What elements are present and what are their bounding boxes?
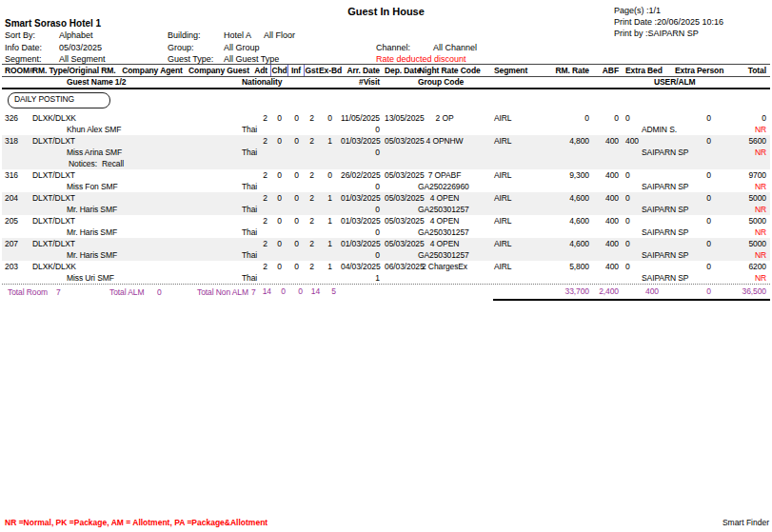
room-type: DLXK/DLXK: [32, 261, 120, 272]
total-alm-label: Total ALM: [109, 286, 144, 299]
table-body: 326 DLXK/DLXK 2 0 0 2 0 11/05/2025 13/05…: [2, 112, 770, 284]
adult-count: 2: [253, 215, 270, 227]
building-label: Building:: [168, 30, 201, 40]
col-nationality: Nationality: [240, 77, 341, 88]
info-date-label: Info Date:: [5, 43, 42, 52]
adult-count: 2: [253, 169, 270, 181]
segment-code: AIRL: [470, 112, 527, 124]
row-total: 9700: [721, 169, 770, 181]
nationality: Thai: [240, 249, 341, 261]
infant-count: 0: [288, 215, 305, 227]
arrival-date: 01/03/2025: [341, 135, 383, 147]
segment-code: AIRL: [470, 135, 527, 147]
info-date-value: 05/03/2025: [59, 43, 102, 52]
abf-amount: 400: [590, 169, 621, 181]
abf-amount: 400: [590, 192, 621, 204]
group-code: GA250301257: [383, 249, 527, 261]
infant-count: 0: [288, 238, 305, 249]
night-rate-code: 7 OPABF: [419, 169, 470, 181]
segment-code: AIRL: [470, 192, 527, 204]
room-rate: 5,800: [527, 261, 590, 272]
total-room-value: 7: [56, 286, 61, 299]
print-date: Print Date :20/06/2025 10:16: [614, 17, 723, 27]
nationality: Thai: [240, 204, 341, 215]
guest-type-value: All Guest Type: [224, 54, 279, 64]
room-number: 326: [2, 112, 32, 124]
night-rate-code: 2 OP: [419, 112, 470, 124]
room-rate: 4,600: [527, 192, 590, 204]
extra-bed-amount: 400: [621, 135, 663, 147]
child-count: 0: [270, 135, 288, 147]
group-code: [383, 147, 527, 158]
departure-date: 05/03/2025: [383, 238, 419, 249]
company-guest: [185, 169, 253, 181]
col-rm-type: RM. Type/Original RM.: [32, 65, 120, 76]
room-number: 204: [2, 192, 32, 204]
arrival-date: 04/03/2025: [341, 261, 383, 272]
user-name: SAIPARN SP: [527, 227, 721, 238]
company-agent: [120, 192, 185, 204]
table-header-row1: ROOM# RM. Type/Original RM. Company Agen…: [2, 64, 770, 77]
row-total: 5000: [721, 192, 770, 204]
room-rate: 0: [527, 112, 590, 124]
alm-flag: NR: [721, 124, 770, 135]
guest-row-line1: 205 DLXT/DLXT 2 0 0 2 1 01/03/2025 05/03…: [2, 215, 770, 227]
guest-count: 2: [305, 261, 319, 272]
room-rate: 4,600: [527, 215, 590, 227]
user-name: ADMIN S.: [527, 124, 721, 135]
night-rate-code: 4 OPEN: [419, 238, 470, 249]
company-agent: [120, 135, 185, 147]
segment-code: AIRL: [470, 238, 527, 249]
extra-bed-amount: 0: [621, 238, 663, 249]
room-number: 205: [2, 215, 32, 227]
alm-flag: NR: [721, 204, 770, 215]
guest-row-line2: Mr. Haris SMF Thai 0 GA250301257 SAIPARN…: [2, 227, 770, 238]
room-number: 203: [2, 261, 32, 272]
guest-count: 2: [305, 135, 319, 147]
segment-value: All Segment: [59, 54, 106, 64]
col-chd: Chd: [270, 65, 288, 76]
infant-count: 0: [288, 169, 305, 181]
totals-chd: 0: [274, 285, 292, 302]
child-count: 0: [270, 215, 288, 227]
sort-by-value: Alphabet: [59, 30, 93, 40]
user-name: SAIPARN SP: [527, 204, 721, 215]
nationality: Thai: [240, 124, 341, 135]
rate-legend: NR =Normal, PK =Package, AM = Allotment,…: [5, 518, 267, 527]
col-extra-bed: Extra Bed: [621, 65, 663, 76]
totals-labels: Total Room 7 Total ALM 0 Total Non ALM 7: [2, 285, 257, 302]
company-guest: [185, 215, 253, 227]
room-number: 207: [2, 238, 32, 249]
table-header-row2: Guest Name 1/2 Nationality #Visit Group …: [2, 77, 770, 89]
channel-label: Channel:: [376, 43, 410, 52]
extra-bed-count: 1: [319, 238, 341, 249]
nationality: Thai: [240, 272, 341, 284]
page-count: Page(s) :1/1: [614, 6, 661, 15]
abf-amount: 400: [590, 215, 621, 227]
guest-row-line1: 203 DLXK/DLXK 2 0 0 2 1 04/03/2025 06/03…: [2, 261, 770, 272]
visit-count: 0: [341, 181, 383, 192]
extra-person-amount: 0: [663, 169, 721, 181]
extra-bed-amount: 0: [621, 169, 663, 181]
company-agent: [120, 261, 185, 272]
company-guest: [185, 135, 253, 147]
guest-row-line2: Miss Uri SMF Thai 1 SAIPARN SP NR: [2, 272, 770, 284]
total-non-alm-value: 7: [251, 286, 256, 299]
group-code: [383, 124, 527, 135]
departure-date: 05/03/2025: [383, 169, 419, 181]
company-agent: [120, 215, 185, 227]
section-row: DAILY POSTING: [2, 89, 770, 112]
col-gst: Gst: [305, 65, 319, 76]
guest-name: Mr. Haris SMF: [2, 204, 240, 215]
room-number: 316: [2, 169, 32, 181]
channel-value: All Channel: [433, 43, 477, 52]
row-total: 5600: [721, 135, 770, 147]
company-guest: [185, 192, 253, 204]
totals-gst: 14: [308, 285, 323, 302]
guest-name: Miss Uri SMF: [2, 272, 240, 284]
col-ex-bd: Ex-Bd: [319, 65, 341, 76]
brand-label: Smart Finder: [723, 518, 769, 527]
total-non-alm-label: Total Non ALM: [197, 286, 248, 299]
departure-date: 13/05/2025: [383, 112, 419, 124]
guest-row-line2: Miss Arina SMF Thai 0 SAIPARN SP NR: [2, 147, 770, 158]
